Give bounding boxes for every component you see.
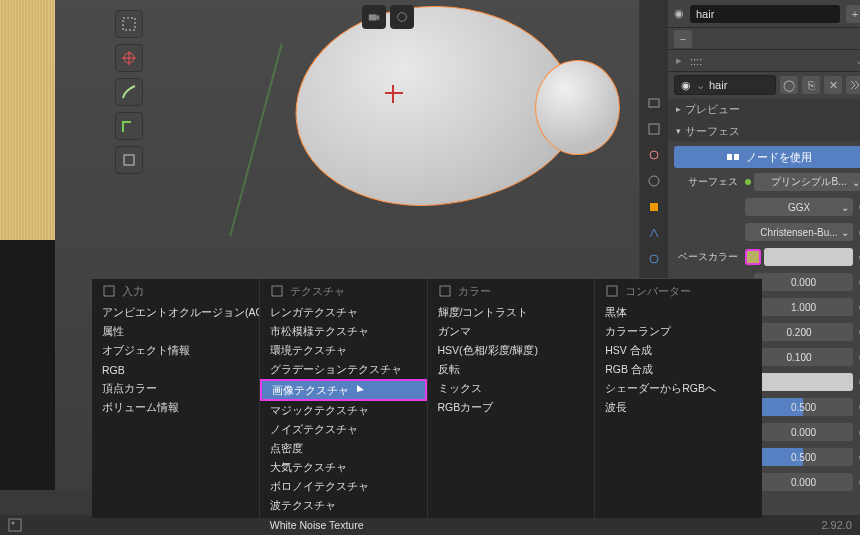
physics-tab[interactable]	[640, 246, 668, 272]
select-box-tool[interactable]	[115, 10, 143, 38]
svg-rect-4	[124, 155, 134, 165]
value-field-1[interactable]: 1.000	[754, 298, 853, 316]
menu-item[interactable]: レンガテクスチャ	[260, 303, 427, 322]
version-label: 2.92.0	[821, 519, 852, 531]
tool-column	[115, 10, 143, 174]
svg-rect-16	[104, 286, 114, 296]
image-editor-icon[interactable]	[8, 518, 22, 532]
copy-material-btn[interactable]: ⎘	[802, 76, 820, 94]
gizmo-toggle-icon[interactable]	[390, 5, 414, 29]
camera-view-icon[interactable]	[362, 5, 386, 29]
menu-item[interactable]: 波テクスチャ	[260, 496, 427, 515]
menu-col-color: カラー 輝度/コントラスト ガンマ HSV(色相/彩度/輝度) 反転 ミックス …	[428, 279, 596, 518]
add-cube-tool[interactable]	[115, 146, 143, 174]
distribution-dropdown[interactable]: GGX	[745, 198, 853, 216]
svg-rect-8	[649, 124, 659, 134]
menu-item-image-texture[interactable]: 画像テクスチャ	[260, 379, 427, 401]
sphere-icon: ◉	[674, 7, 684, 20]
menu-item[interactable]: オブジェクト情報	[92, 341, 259, 360]
viewport-top-icons	[362, 5, 414, 29]
color-swatch-2[interactable]	[754, 373, 853, 391]
world-tab[interactable]	[640, 168, 668, 194]
menu-item[interactable]: RGBカーブ	[428, 398, 595, 417]
menu-item[interactable]: White Noise Texture	[260, 515, 427, 534]
value-field-5[interactable]: 0.000	[754, 473, 853, 491]
svg-point-6	[398, 13, 407, 22]
menu-item[interactable]: アンビエントオクルージョン(AO)	[92, 303, 259, 322]
svg-rect-15	[734, 154, 739, 160]
menu-item[interactable]: 頂点カラー	[92, 379, 259, 398]
shader-connected-dot-icon[interactable]	[745, 179, 751, 185]
menu-item[interactable]: 大気テクスチャ	[260, 458, 427, 477]
menu-item[interactable]: 点密度	[260, 439, 427, 458]
value-field-0[interactable]: 0.000	[754, 273, 853, 291]
render-tab[interactable]	[640, 90, 668, 116]
status-bar: 2.92.0	[0, 515, 860, 535]
menu-header-color: カラー	[428, 279, 595, 303]
object-tab[interactable]	[640, 194, 668, 220]
menu-col-texture: テクスチャ レンガテクスチャ 市松模様テクスチャ 環境テクスチャ グラデーション…	[260, 279, 428, 518]
remove-material-slot[interactable]: −	[674, 30, 692, 48]
menu-item[interactable]: ボロノイテクスチャ	[260, 477, 427, 496]
slider-field-1[interactable]: 0.500	[754, 448, 853, 466]
menu-item[interactable]: HSV 合成	[595, 341, 762, 360]
base-color-swatch[interactable]	[764, 248, 853, 266]
svg-rect-18	[440, 286, 450, 296]
menu-item[interactable]: 環境テクスチャ	[260, 341, 427, 360]
slider-field-0[interactable]: 0.500	[754, 398, 853, 416]
menu-item[interactable]: 属性	[92, 322, 259, 341]
material-list-name[interactable]	[690, 5, 840, 23]
material-selector[interactable]: ◉⌄ hair	[674, 75, 776, 95]
svg-rect-5	[369, 14, 377, 20]
surface-label: サーフェス	[674, 175, 742, 189]
base-color-input-dot[interactable]	[745, 249, 761, 265]
new-material-btn[interactable]: ◯	[780, 76, 798, 94]
subsurface-method-dropdown[interactable]: Christensen-Bu...	[745, 223, 853, 241]
preview-section-header[interactable]: ▸プレビュー	[668, 98, 860, 120]
cursor-tool[interactable]	[115, 44, 143, 72]
add-material-slot[interactable]: +	[846, 5, 860, 23]
expand-arrow-icon[interactable]: ▸	[674, 54, 684, 67]
menu-item[interactable]: 反転	[428, 360, 595, 379]
output-tab[interactable]	[640, 116, 668, 142]
hair-bun-shape	[535, 60, 620, 155]
svg-point-12	[650, 255, 658, 263]
svg-rect-0	[123, 18, 135, 30]
menu-item[interactable]: カラーランプ	[595, 322, 762, 341]
material-sphere-icon: ◉	[681, 79, 691, 92]
svg-point-21	[12, 522, 15, 525]
scene-tab[interactable]	[640, 142, 668, 168]
menu-header-input: 入力	[92, 279, 259, 303]
menu-item[interactable]: HSV(色相/彩度/輝度)	[428, 341, 595, 360]
menu-col-converter: コンバーター 黒体 カラーランプ HSV 合成 RGB 合成 シェーダーからRG…	[595, 279, 762, 518]
hair-mesh-object[interactable]	[255, 0, 615, 240]
measure-tool[interactable]	[115, 112, 143, 140]
surface-shader-dropdown[interactable]: プリンシプルB...	[754, 173, 860, 191]
modifier-tab[interactable]	[640, 220, 668, 246]
menu-item[interactable]: RGB	[92, 360, 259, 379]
menu-item[interactable]: 市松模様テクスチャ	[260, 322, 427, 341]
node-add-menu: 入力 アンビエントオクルージョン(AO) 属性 オブジェクト情報 RGB 頂点カ…	[92, 278, 762, 518]
menu-item[interactable]: 波長	[595, 398, 762, 417]
menu-item[interactable]: ガンマ	[428, 322, 595, 341]
menu-item[interactable]: 輝度/コントラスト	[428, 303, 595, 322]
node-toggle-btn[interactable]	[846, 76, 860, 94]
base-color-label: ベースカラー	[674, 250, 742, 264]
svg-rect-14	[727, 154, 732, 160]
menu-header-texture: テクスチャ	[260, 279, 427, 303]
cursor-3d-icon	[385, 85, 403, 103]
unlink-material-btn[interactable]: ✕	[824, 76, 842, 94]
surface-section-header[interactable]: ▾サーフェス	[668, 120, 860, 142]
draw-tool[interactable]	[115, 78, 143, 106]
menu-item[interactable]: 黒体	[595, 303, 762, 322]
dropdown-chevron-icon[interactable]: ⌄	[854, 54, 860, 67]
menu-item[interactable]: ボリューム情報	[92, 398, 259, 417]
menu-item[interactable]: グラデーションテクスチャ	[260, 360, 427, 379]
menu-item[interactable]: シェーダーからRGBへ	[595, 379, 762, 398]
menu-item[interactable]: マジックテクスチャ	[260, 401, 427, 420]
value-field-4[interactable]: 0.000	[754, 423, 853, 441]
menu-item[interactable]: ミックス	[428, 379, 595, 398]
use-nodes-button[interactable]: ノードを使用	[674, 146, 860, 168]
menu-item[interactable]: RGB 合成	[595, 360, 762, 379]
menu-item[interactable]: ノイズテクスチャ	[260, 420, 427, 439]
